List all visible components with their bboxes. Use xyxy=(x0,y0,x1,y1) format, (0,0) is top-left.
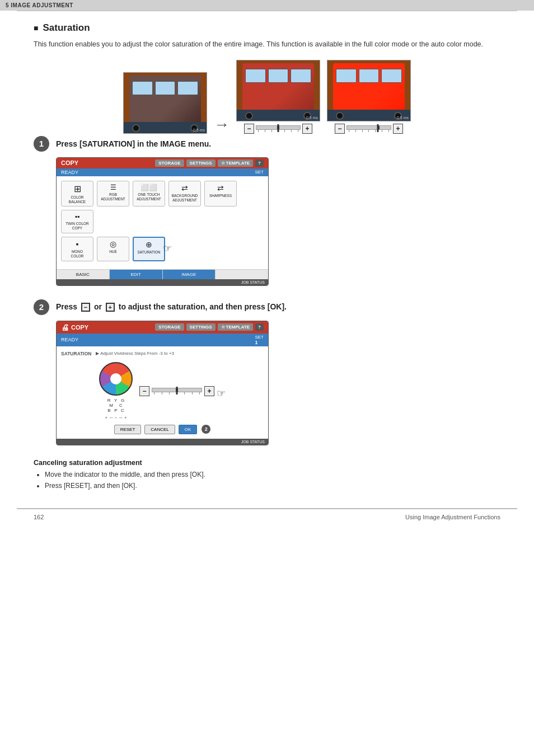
demo-label: 0.5 ms xyxy=(397,116,409,120)
cancel-item-1: Move the indicator to the middle, and th… xyxy=(45,469,500,480)
step-num-badge-2: 2 xyxy=(202,425,210,434)
reset-button[interactable]: RESET xyxy=(114,425,142,434)
menu-icons-row-2: ▪ MONOCOLOR ◎ HUE ⊕ SATURATION ☞ xyxy=(61,237,264,261)
axis-labels: + ↔ − ↔ + xyxy=(105,415,127,420)
cursor-hand-icon-2: ☞ xyxy=(217,387,226,400)
demo-image-normal: 0.5 ms xyxy=(236,60,320,121)
sat-plus-btn[interactable]: + xyxy=(204,386,214,396)
screen-mockup-1: COPY STORAGE SETTINGS ☆TEMPLATE ? READY … xyxy=(56,157,269,286)
twin-color-icon: ▪▪ xyxy=(75,213,80,220)
slider-track xyxy=(346,125,391,130)
menu-item-mono[interactable]: ▪ MONOCOLOR xyxy=(61,237,93,261)
tab-settings[interactable]: SETTINGS xyxy=(186,159,216,167)
page-number: 162 xyxy=(34,514,44,520)
bus-windows xyxy=(336,69,402,83)
bus-window xyxy=(245,69,266,83)
plus-button[interactable]: + xyxy=(302,124,312,134)
step-2-instruction: Press − or + to adjust the saturation, a… xyxy=(56,302,287,312)
tab-edit[interactable]: EDIT xyxy=(110,270,163,279)
screen-mockup-2: 🖨 COPY STORAGE SETTINGS ☆TEMPLATE ? READ… xyxy=(56,321,269,445)
step-2-header: 2 Press − or + to adjust the saturation,… xyxy=(34,299,500,315)
demo-label: 0.5 ms xyxy=(306,116,318,120)
cancel-button[interactable]: CANCEL xyxy=(144,425,175,434)
menu-item-one-touch[interactable]: ⬜⬜ ONE TOUCHADJUSTMENT xyxy=(133,181,165,207)
set-label: SET xyxy=(255,170,264,175)
saturation-icon: ⊕ xyxy=(146,240,152,249)
menu-item-twin-color[interactable]: ▪▪ TWIN COLORCOPY xyxy=(61,210,93,233)
menu-label: HUE xyxy=(109,250,117,254)
minus-button[interactable]: − xyxy=(335,124,345,134)
step-2-number: 2 xyxy=(34,299,49,315)
sat-slider-area: − xyxy=(139,383,226,400)
page-label: Using Image Adjustment Functions xyxy=(405,514,500,520)
bus-window xyxy=(381,69,402,83)
demo-image-faded: 0.5 ms xyxy=(123,72,207,134)
slider-row-vivid: − xyxy=(335,124,403,134)
tab-template[interactable]: ☆TEMPLATE xyxy=(218,159,254,167)
slider-track xyxy=(256,125,301,130)
one-touch-icon: ⬜⬜ xyxy=(140,184,157,191)
sharpness-icon: ⇄ xyxy=(217,184,224,192)
question-mark-btn-2[interactable]: ? xyxy=(255,323,264,331)
tab-image[interactable]: IMAGE xyxy=(163,270,216,279)
bus-windows xyxy=(245,69,311,83)
screen-title-bar-2: 🖨 COPY STORAGE SETTINGS ☆TEMPLATE ? xyxy=(57,321,268,334)
menu-item-rgb[interactable]: ☰ RGBADJUSTMENT xyxy=(97,181,129,207)
menu-item-color-balance[interactable]: ⊞ COLORBALANCE xyxy=(61,181,93,207)
menu-item-hue[interactable]: ◎ HUE xyxy=(97,237,129,261)
ready-status-2: READY xyxy=(61,337,78,342)
menu-label: ONE TOUCHADJUSTMENT xyxy=(137,192,161,201)
bus-window xyxy=(177,81,198,95)
screen-copy-label: COPY xyxy=(61,159,78,166)
sat-screen-body: SATURATION ▶ Adjust Vividness Steps From… xyxy=(57,346,268,439)
tab-template-2[interactable]: ☆TEMPLATE xyxy=(218,323,254,331)
step-1-instruction: Press [SATURATION] in the IMAGE menu. xyxy=(56,139,211,148)
screen-body-1: ⊞ COLORBALANCE ☰ RGBADJUSTMENT ⬜⬜ ONE TO… xyxy=(57,176,268,269)
plus-button[interactable]: + xyxy=(393,124,403,134)
ok-button[interactable]: OK xyxy=(179,425,198,434)
demo-row: 0.5 ms → 0.5 m xyxy=(123,60,411,134)
menu-label: MONOCOLOR xyxy=(71,250,83,259)
step-1-number: 1 xyxy=(34,136,49,152)
tab-storage[interactable]: STORAGE xyxy=(155,159,184,167)
bus-window xyxy=(359,69,380,83)
bus-windows xyxy=(132,81,198,95)
bus-window xyxy=(336,69,357,83)
hue-icon: ◎ xyxy=(110,240,116,248)
question-mark-btn[interactable]: ? xyxy=(255,159,264,167)
wheels xyxy=(336,112,402,120)
sat-minus-btn[interactable]: − xyxy=(139,386,149,396)
screen-job-status[interactable]: JOB STATUS xyxy=(57,279,268,285)
tab-storage-2[interactable]: STORAGE xyxy=(155,323,184,331)
menu-label: COLORBALANCE xyxy=(69,195,86,204)
tab-basic[interactable]: BASIC xyxy=(57,270,110,279)
minus-button[interactable]: − xyxy=(244,124,254,134)
cancel-item-2: Press [RESET], and then [OK]. xyxy=(45,480,500,491)
screen-job-status-2[interactable]: JOB STATUS xyxy=(57,439,268,445)
menu-item-sharpness[interactable]: ⇄ SHARPNESS xyxy=(204,181,237,207)
minus-button-inline[interactable]: − xyxy=(81,303,90,312)
sat-desc: ▶ Adjust Vividness Steps From -3 to +3 xyxy=(96,351,174,356)
sat-label-row: SATURATION ▶ Adjust Vividness Steps From… xyxy=(61,351,264,356)
screen-ready-bar-2: READY SET1 xyxy=(57,334,268,346)
menu-label: BACKGROUNDADJUSTMENT xyxy=(172,194,198,203)
wheels xyxy=(132,124,198,132)
step-1-block: 1 Press [SATURATION] in the IMAGE menu. … xyxy=(34,136,500,286)
demo-middle: 0.5 ms − xyxy=(236,60,320,134)
wheel xyxy=(336,112,344,120)
background-icon: ⇄ xyxy=(181,184,188,192)
bus-window xyxy=(268,69,289,83)
menu-item-saturation[interactable]: ⊕ SATURATION xyxy=(133,237,165,261)
plus-button-inline[interactable]: + xyxy=(106,303,115,312)
menu-item-background[interactable]: ⇄ BACKGROUNDADJUSTMENT xyxy=(168,181,201,207)
menu-label: SHARPNESS xyxy=(209,194,232,198)
cursor-hand-icon: ☞ xyxy=(163,242,172,261)
sat-slider-track xyxy=(152,388,202,392)
set-label-2: SET1 xyxy=(255,335,264,345)
cancel-section: Canceling saturation adjustment Move the… xyxy=(34,459,500,492)
screen-ready-bar: READY SET xyxy=(57,168,268,176)
tab-settings-2[interactable]: SETTINGS xyxy=(186,323,216,331)
tab-empty xyxy=(216,270,268,279)
wheel xyxy=(245,112,253,120)
sat-btn-row: RESET CANCEL OK 2 xyxy=(61,425,264,434)
